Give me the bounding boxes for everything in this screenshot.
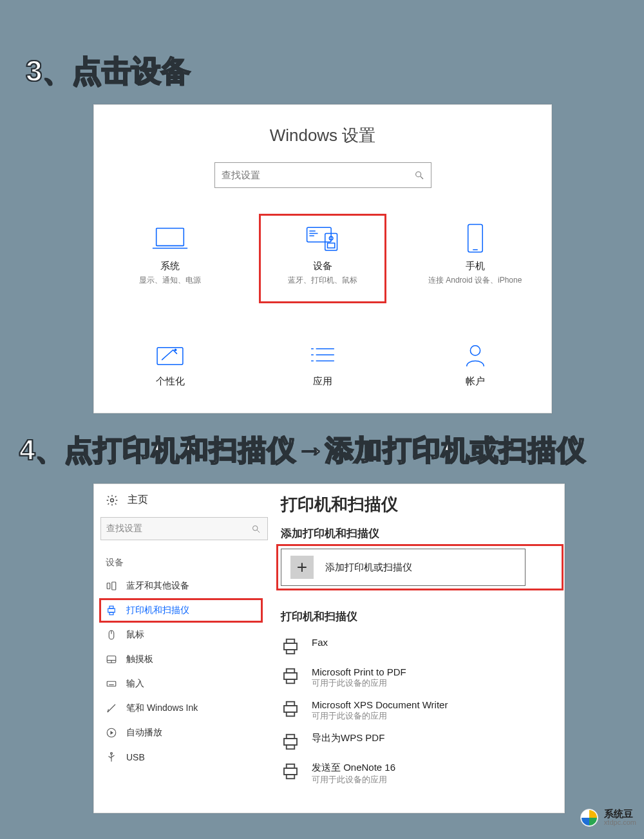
watermark-brand: 系统豆 xyxy=(604,809,636,819)
printer-name: Microsoft XPS Document Writer xyxy=(312,699,448,710)
printer-item[interactable]: Fax xyxy=(281,632,564,661)
svg-rect-58 xyxy=(287,764,295,768)
nav-mouse[interactable]: 鼠标 xyxy=(94,623,274,647)
nav-touchpad-label: 触摸板 xyxy=(126,654,153,665)
svg-rect-52 xyxy=(287,702,295,706)
devices-settings-panel: 主页 查找设置 设备 蓝牙和其他设备 打印机和扫描仪 鼠标 触摸板 输入 xyxy=(93,484,565,813)
tile-accounts[interactable]: 帐户 xyxy=(414,339,536,390)
nav-bluetooth-label: 蓝牙和其他设备 xyxy=(126,580,189,592)
tile-system[interactable]: 系统 显示、通知、电源 xyxy=(106,214,234,303)
mouse-icon xyxy=(106,629,117,641)
tile-devices-title: 设备 xyxy=(261,260,384,272)
bluetooth-icon xyxy=(106,580,117,592)
home-link[interactable]: 主页 xyxy=(94,484,274,509)
apps-icon xyxy=(261,339,384,372)
add-printer-button[interactable]: + 添加打印机或扫描仪 xyxy=(281,549,526,586)
step-4-heading: 4、点打印机和扫描仪→添加打印机或扫描仪 xyxy=(19,431,644,469)
printer-icon xyxy=(281,637,300,656)
touchpad-icon xyxy=(106,654,117,665)
svg-rect-56 xyxy=(287,745,295,749)
printer-sub: 可用于此设备的应用 xyxy=(312,677,406,689)
svg-rect-11 xyxy=(468,224,482,252)
svg-rect-28 xyxy=(109,606,113,608)
svg-point-21 xyxy=(470,346,480,355)
svg-rect-2 xyxy=(156,229,184,246)
printer-sub: 可用于此设备的应用 xyxy=(312,774,395,786)
search-icon xyxy=(414,170,424,180)
svg-marker-42 xyxy=(111,731,114,735)
search-placeholder: 查找设置 xyxy=(215,169,414,182)
watermark-logo-icon xyxy=(580,808,599,827)
settings-search-input[interactable]: 查找设置 xyxy=(214,162,431,188)
plus-icon: + xyxy=(290,556,314,579)
tile-apps-title: 应用 xyxy=(261,375,384,388)
nav-printers[interactable]: 打印机和扫描仪 xyxy=(94,598,274,623)
watermark: 系统豆 xtdpc.com xyxy=(580,808,636,827)
nav-typing[interactable]: 输入 xyxy=(94,672,274,696)
nav-usb-label: USB xyxy=(126,752,145,762)
svg-rect-47 xyxy=(287,650,295,654)
settings-sidebar: 主页 查找设置 设备 蓝牙和其他设备 打印机和扫描仪 鼠标 触摸板 输入 xyxy=(94,484,274,813)
personalization-icon xyxy=(109,339,231,372)
search-icon xyxy=(251,524,261,534)
autoplay-icon xyxy=(106,727,117,739)
printer-name: 发送至 OneNote 16 xyxy=(312,762,395,774)
usb-icon xyxy=(106,751,117,763)
svg-point-14 xyxy=(175,348,177,351)
nav-usb[interactable]: USB xyxy=(94,745,274,769)
devices-icon xyxy=(261,220,384,256)
svg-rect-10 xyxy=(327,243,334,249)
keyboard-icon xyxy=(106,678,117,690)
svg-rect-57 xyxy=(284,768,297,775)
pen-icon xyxy=(106,702,117,714)
tile-phone-sub: 连接 Android 设备、iPhone xyxy=(414,275,536,286)
svg-point-0 xyxy=(415,172,421,177)
tile-personalization[interactable]: 个性化 xyxy=(109,339,231,390)
svg-rect-49 xyxy=(287,669,295,673)
person-icon xyxy=(414,339,536,372)
svg-rect-48 xyxy=(284,673,297,679)
section-add-heading: 添加打印机和扫描仪 xyxy=(281,526,564,541)
svg-rect-29 xyxy=(109,612,113,615)
nav-autoplay-label: 自动播放 xyxy=(126,727,162,739)
tile-system-sub: 显示、通知、电源 xyxy=(109,275,231,286)
settings-content: 打印机和扫描仪 添加打印机和扫描仪 + 添加打印机或扫描仪 打印机和扫描仪 Fa… xyxy=(274,484,564,813)
tile-devices[interactable]: 设备 蓝牙、打印机、鼠标 xyxy=(259,214,386,303)
printer-item[interactable]: Microsoft XPS Document Writer 可用于此设备的应用 xyxy=(281,694,564,727)
nav-bluetooth[interactable]: 蓝牙和其他设备 xyxy=(94,574,274,598)
gear-icon xyxy=(106,494,118,507)
tile-system-title: 系统 xyxy=(109,260,231,272)
svg-rect-26 xyxy=(112,582,116,590)
windows-settings-panel: Windows 设置 查找设置 系统 显示、通知、电源 设备 蓝牙、打印机、鼠标 xyxy=(93,104,552,413)
tile-phone-title: 手机 xyxy=(414,260,536,272)
svg-line-24 xyxy=(257,530,260,533)
printer-name: Fax xyxy=(312,637,328,648)
sidebar-search-placeholder: 查找设置 xyxy=(101,523,251,534)
tile-apps[interactable]: 应用 xyxy=(261,339,384,390)
svg-rect-51 xyxy=(284,706,297,712)
printer-item[interactable]: 导出为WPS PDF xyxy=(281,727,564,757)
tile-phone[interactable]: 手机 连接 Android 设备、iPhone xyxy=(412,214,539,303)
add-printer-label: 添加打印机或扫描仪 xyxy=(325,561,412,574)
printer-item[interactable]: Microsoft Print to PDF 可用于此设备的应用 xyxy=(281,661,564,694)
watermark-url: xtdpc.com xyxy=(604,819,636,827)
nav-pen[interactable]: 笔和 Windows Ink xyxy=(94,696,274,721)
svg-rect-27 xyxy=(108,608,115,612)
nav-mouse-label: 鼠标 xyxy=(126,629,144,641)
tile-accounts-title: 帐户 xyxy=(414,375,536,388)
nav-typing-label: 输入 xyxy=(126,678,144,690)
settings-title: Windows 设置 xyxy=(94,124,551,147)
svg-rect-59 xyxy=(287,775,295,778)
sidebar-search-input[interactable]: 查找设置 xyxy=(100,517,268,540)
phone-icon xyxy=(414,220,536,256)
svg-rect-45 xyxy=(284,643,297,650)
nav-touchpad[interactable]: 触摸板 xyxy=(94,647,274,672)
svg-rect-35 xyxy=(107,681,116,686)
tile-devices-sub: 蓝牙、打印机、鼠标 xyxy=(261,275,384,286)
svg-rect-54 xyxy=(284,739,297,745)
nav-pen-label: 笔和 Windows Ink xyxy=(126,702,198,714)
svg-rect-55 xyxy=(287,735,295,739)
sidebar-category: 设备 xyxy=(106,557,274,569)
printer-item[interactable]: 发送至 OneNote 16 可用于此设备的应用 xyxy=(281,757,564,791)
nav-autoplay[interactable]: 自动播放 xyxy=(94,721,274,745)
